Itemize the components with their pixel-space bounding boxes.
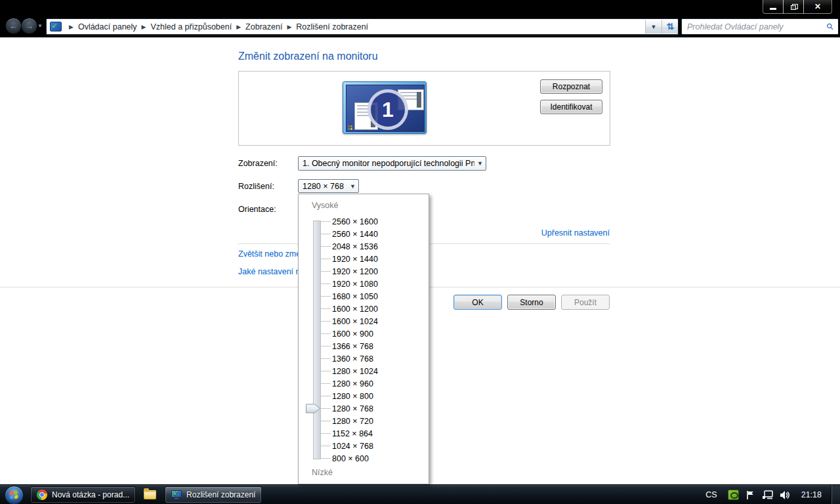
resolution-option[interactable]: 1280 × 1024 — [299, 365, 429, 377]
display-combobox[interactable]: 1. Obecný monitor nepodporující technolo… — [298, 156, 486, 171]
resolution-option-label: 1280 × 1024 — [332, 367, 378, 376]
breadcrumb-item-resolution[interactable]: Rozlišení zobrazení — [296, 22, 368, 32]
resolution-option[interactable]: 1920 × 1080 — [299, 278, 429, 290]
minimize-button[interactable] — [763, 0, 784, 14]
identify-button[interactable]: Identifikovat — [540, 100, 602, 114]
breadcrumb-item-appearance[interactable]: Vzhled a přizpůsobení — [150, 22, 232, 32]
resolution-option[interactable]: 1152 × 864 — [299, 427, 429, 440]
taskbar-task-resolution[interactable]: ↙ Rozlišení zobrazení — [165, 486, 262, 503]
resolution-option[interactable]: 1920 × 1200 — [299, 265, 429, 278]
window-controls: ✕ — [763, 0, 832, 14]
system-tray: CS 21:18 — [705, 485, 840, 504]
slider-tick-icon — [321, 271, 331, 272]
slider-tick-icon — [321, 308, 331, 309]
resolution-combobox[interactable]: 840 × 504 ▼ — [298, 179, 359, 193]
chevron-down-icon: ▼ — [347, 183, 358, 190]
task-label: Rozlišení zobrazení — [186, 490, 255, 499]
resolution-option-label: 1600 × 900 — [332, 329, 373, 339]
resolution-option[interactable]: 1280 × 800 — [299, 390, 429, 402]
slider-tick-icon — [321, 284, 331, 284]
resolution-option-label: 1152 × 864 — [332, 429, 373, 438]
resolution-option-label: 1600 × 1024 — [332, 317, 378, 326]
search-box[interactable]: ⚲ — [681, 18, 839, 35]
breadcrumb-arrow-icon: ▶ — [142, 24, 146, 30]
back-button[interactable]: ← — [5, 18, 22, 34]
resolution-option[interactable]: 2560 × 1600 — [299, 215, 429, 228]
taskbar-explorer-button[interactable] — [141, 487, 158, 503]
action-center-flag-icon[interactable] — [745, 490, 756, 501]
folder-icon — [144, 490, 156, 499]
resolution-option[interactable]: 1600 × 900 — [299, 327, 429, 340]
resolution-combobox-value: 840 × 504 — [299, 182, 347, 191]
slider-tick-icon — [321, 234, 331, 234]
slider-tick-icon — [321, 433, 331, 434]
display-label: Zobrazení: — [238, 159, 278, 168]
detect-button[interactable]: Rozpoznat — [540, 79, 602, 94]
resolution-option[interactable]: 1920 × 1440 — [299, 253, 429, 265]
refresh-button[interactable]: ⇅ — [662, 20, 678, 33]
slider-tick-icon — [321, 446, 331, 446]
resolution-option-label: 2048 × 1536 — [332, 242, 378, 251]
slider-tick-icon — [321, 221, 331, 222]
apply-button: Použít — [561, 295, 610, 310]
volume-icon[interactable] — [779, 490, 790, 501]
slider-tick-icon — [321, 333, 331, 334]
breadcrumb-arrow-icon: ▶ — [287, 24, 291, 30]
resolution-option-label: 1680 × 1050 — [332, 292, 378, 301]
advanced-settings-link[interactable]: Upřesnit nastavení — [541, 228, 610, 238]
high-label: Vysoké — [312, 201, 339, 210]
forward-button[interactable]: → — [21, 18, 37, 34]
nvidia-tray-icon[interactable] — [728, 490, 739, 501]
search-input[interactable] — [682, 22, 827, 32]
recent-pages-dropdown[interactable]: ▼ — [37, 23, 43, 29]
resolution-option[interactable]: 1600 × 1200 — [299, 303, 429, 315]
monitor-preview[interactable]: 1 — [343, 81, 427, 134]
chevron-down-icon: ▼ — [474, 160, 486, 167]
resolution-option[interactable]: 1680 × 1050 — [299, 290, 429, 303]
resolution-option[interactable]: 1024 × 768 — [299, 440, 429, 452]
resolution-option[interactable]: 800 × 600 — [299, 452, 429, 465]
back-icon: ← — [9, 21, 18, 31]
close-button[interactable]: ✕ — [803, 0, 832, 14]
restore-button[interactable] — [783, 0, 804, 14]
network-icon[interactable] — [762, 490, 773, 501]
resolution-option[interactable]: 1366 × 768 — [299, 340, 429, 352]
cancel-button[interactable]: Storno — [507, 295, 556, 310]
slider-tick-icon — [321, 408, 331, 409]
show-desktop-button[interactable] — [831, 485, 840, 504]
monitor-preview-box: 1 Rozpoznat Identifikovat — [238, 71, 610, 146]
resolution-option[interactable]: 2048 × 1536 — [299, 240, 429, 253]
taskbar-task-browser[interactable]: Nová otázka - porad... — [30, 486, 136, 503]
resolution-option[interactable]: 1280 × 720 — [299, 415, 429, 427]
address-dropdown-button[interactable]: ▼ — [645, 20, 662, 33]
resolution-option[interactable]: 2560 × 1440 — [299, 228, 429, 240]
resolution-option-label: 840 × 504 — [332, 404, 373, 413]
ok-button[interactable]: OK — [453, 295, 502, 310]
resolution-option-label: 1280 × 800 — [332, 392, 373, 401]
settings-page: Změnit zobrazení na monitoru 1 — [0, 37, 840, 484]
language-indicator[interactable]: CS — [705, 490, 717, 499]
slider-tick-icon — [321, 421, 331, 421]
windows-logo-icon — [10, 490, 18, 499]
breadcrumb-item-control-panel[interactable]: Ovládací panely — [78, 22, 137, 32]
screen: ✕ ← → ▼ ▶ Ovládací panely ▶ Vzhled a při… — [0, 0, 840, 504]
display-combobox-value: 1. Obecný monitor nepodporující technolo… — [299, 159, 474, 168]
slider-thumb[interactable] — [305, 403, 321, 414]
resolution-option-label: 1024 × 768 — [332, 442, 373, 451]
which-settings-link[interactable]: Jaké nastavení m — [238, 267, 303, 276]
address-bar[interactable]: ▶ Ovládací panely ▶ Vzhled a přizpůsoben… — [46, 18, 679, 35]
resolution-dropdown-panel: Vysoké 2560 × 16002560 × 14402048 × 1536… — [298, 194, 429, 484]
start-button[interactable] — [5, 486, 24, 504]
resolution-option[interactable]: 1280 × 960 — [299, 377, 429, 390]
slider-tick-icon — [321, 371, 331, 371]
display-icon — [50, 22, 62, 32]
resolution-option[interactable]: 1360 × 768 — [299, 352, 429, 365]
resolution-option-label: 1920 × 1200 — [332, 267, 378, 276]
breadcrumb-item-display[interactable]: Zobrazení — [245, 22, 282, 32]
minimize-icon — [770, 8, 776, 10]
resolution-option[interactable]: 1600 × 1024 — [299, 315, 429, 327]
chevron-down-icon: ▼ — [651, 24, 657, 30]
text-size-link[interactable]: Zvětšit nebo zme — [238, 249, 301, 259]
refresh-icon: ⇅ — [666, 22, 674, 32]
taskbar-clock[interactable]: 21:18 — [801, 490, 822, 499]
